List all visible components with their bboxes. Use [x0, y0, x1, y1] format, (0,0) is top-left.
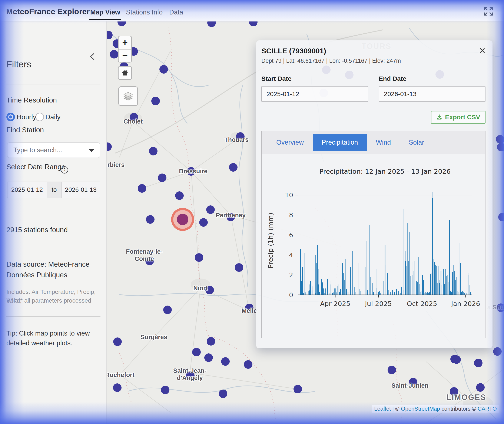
station-dot[interactable] [186, 371, 195, 380]
selected-station-marker[interactable] [171, 208, 194, 231]
info-icon[interactable]: i [61, 166, 68, 174]
station-dot[interactable] [496, 135, 504, 143]
app-header: MeteoFrance Explorer Map View Stations I… [0, 0, 504, 21]
station-dot[interactable] [161, 386, 169, 394]
station-dot[interactable] [226, 213, 235, 221]
radio-hourly-label: Hourly [17, 113, 36, 121]
station-dot[interactable] [149, 147, 158, 156]
station-dot[interactable] [207, 337, 215, 346]
popup-tab-bar: Overview Precipitation Wind Solar [261, 131, 485, 154]
station-dot[interactable] [113, 383, 121, 392]
station-dot[interactable] [199, 218, 208, 227]
svg-text:8: 8 [289, 211, 293, 219]
tip-line1: Tip: Click map points to view [6, 329, 90, 338]
station-dot[interactable] [163, 306, 172, 314]
station-dot[interactable] [450, 387, 458, 396]
station-dot[interactable] [138, 184, 146, 193]
close-icon[interactable]: × [479, 47, 485, 54]
tab-precipitation[interactable]: Precipitation [313, 134, 367, 151]
layers-button[interactable] [118, 86, 138, 106]
date-range-picker: 2025-01-12 to 2026-01-13 [7, 181, 100, 198]
export-csv-button[interactable]: Export CSV [431, 111, 485, 124]
svg-text:6: 6 [289, 231, 293, 239]
station-dot[interactable] [187, 167, 195, 176]
station-dot[interactable] [192, 348, 201, 356]
tab-map-view[interactable]: Map View [90, 8, 120, 16]
station-dot[interactable] [493, 347, 502, 356]
station-dot[interactable] [205, 286, 214, 294]
station-dot[interactable] [236, 132, 245, 141]
radio-hourly[interactable] [6, 113, 15, 121]
station-dot[interactable] [206, 206, 215, 214]
station-dot[interactable] [452, 355, 461, 364]
zoom-out-button[interactable]: − [119, 50, 131, 62]
map-attribution: Leaflet | © OpenStreetMap contributors ©… [372, 405, 499, 413]
fullscreen-icon[interactable] [483, 6, 494, 17]
end-date-input[interactable] [379, 86, 486, 102]
date-range-to-word: to [47, 182, 62, 198]
chart-title: Precipitation: 12 Jan 2025 - 13 Jan 2026 [319, 168, 451, 175]
svg-text:Apr 2025: Apr 2025 [320, 300, 350, 307]
station-dot[interactable] [388, 366, 396, 374]
tab-solar[interactable]: Solar [400, 134, 433, 151]
station-dot[interactable] [110, 50, 118, 58]
divider [6, 84, 101, 84]
station-dot[interactable] [113, 337, 122, 346]
tab-stations-info[interactable]: Stations Info [126, 8, 163, 16]
station-dot[interactable] [229, 163, 237, 172]
find-station-label: Find Station [6, 126, 44, 134]
station-dot[interactable] [474, 359, 483, 367]
chevron-down-icon[interactable] [89, 149, 94, 152]
start-date-input[interactable] [261, 86, 368, 102]
date-to[interactable]: 2026-01-13 [62, 182, 100, 198]
tab-data[interactable]: Data [169, 8, 183, 16]
station-dot[interactable] [204, 353, 213, 362]
filters-heading: Filters [6, 59, 31, 69]
station-dot[interactable] [497, 143, 504, 151]
layers-icon [122, 90, 134, 102]
station-dot[interactable] [145, 257, 154, 265]
radio-daily-label: Daily [45, 113, 60, 121]
osm-link[interactable]: OpenStreetMap [401, 405, 440, 412]
station-dot[interactable] [221, 357, 230, 366]
svg-text:2: 2 [289, 271, 293, 279]
station-dot[interactable] [476, 383, 485, 392]
tab-overview[interactable]: Overview [267, 134, 313, 151]
zoom-in-button[interactable]: + [119, 36, 131, 49]
date-from[interactable]: 2025-01-12 [7, 182, 47, 198]
date-range-label: Select Date Range [6, 163, 65, 171]
station-dot[interactable] [151, 97, 160, 105]
station-dot[interactable] [175, 191, 184, 200]
svg-text:0: 0 [289, 291, 293, 299]
station-popup: SCILLE (79309001) × Dept 79 | Lat: 46.61… [256, 40, 492, 348]
download-icon [436, 114, 442, 120]
tip-line2: detailed weather plots. [6, 338, 72, 348]
station-dot[interactable] [293, 385, 302, 393]
time-resolution-label: Time Resolution [6, 96, 57, 104]
station-meta: Dept 79 | Lat: 46.617167 | Lon: -0.57116… [261, 58, 485, 64]
station-dot[interactable] [158, 174, 166, 182]
app-title: MeteoFrance Explorer [6, 7, 90, 16]
station-dot[interactable] [219, 390, 227, 398]
station-dot[interactable] [235, 263, 243, 272]
data-source-line1: Data source: MeteoFrance [6, 259, 89, 270]
station-dot[interactable] [245, 304, 254, 312]
sidebar-collapse-icon[interactable] [89, 52, 95, 61]
svg-text:4: 4 [289, 251, 293, 259]
station-dot[interactable] [130, 113, 138, 121]
chart-y-axis-label: Precip (1h) (mm) [267, 213, 274, 268]
station-dot[interactable] [497, 303, 504, 312]
divider [6, 212, 101, 212]
carto-link[interactable]: CARTO [478, 405, 497, 412]
station-dot[interactable] [195, 253, 203, 262]
station-dot[interactable] [244, 360, 252, 369]
station-dot[interactable] [146, 215, 154, 224]
svg-text:Oct 2025: Oct 2025 [407, 300, 437, 307]
station-dot[interactable] [409, 378, 417, 386]
leaflet-link[interactable]: Leaflet [374, 405, 391, 412]
station-search-input[interactable] [13, 144, 88, 156]
radio-daily[interactable] [36, 113, 44, 121]
station-dot[interactable] [159, 65, 168, 74]
home-button[interactable] [118, 66, 132, 80]
tab-wind[interactable]: Wind [367, 134, 400, 151]
